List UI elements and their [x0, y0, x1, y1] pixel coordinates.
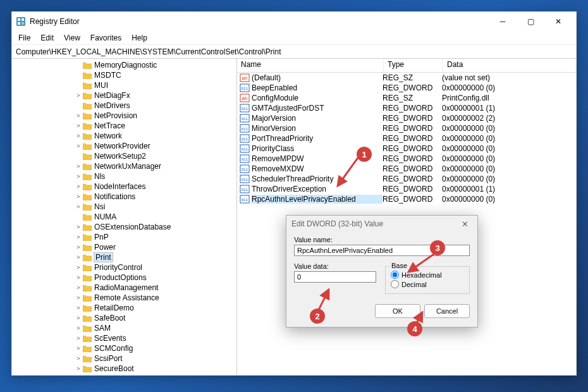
list-row[interactable]: 011PriorityClassREG_DWORD0x00000000 (0): [237, 144, 576, 154]
list-row[interactable]: 011MinorVersionREG_DWORD0x00000000 (0): [237, 123, 576, 133]
tree-item[interactable]: >SecurePipeServers: [12, 374, 236, 375]
tree-item[interactable]: >NetTrace: [12, 121, 236, 131]
tree-item[interactable]: >NetProvision: [12, 111, 236, 121]
list-row[interactable]: abConfigModuleREG_SZPrintConfig.dll: [237, 93, 576, 103]
tree-item-label: NUMA: [94, 212, 116, 221]
value-data: (value not set): [442, 73, 576, 82]
expand-icon[interactable]: >: [75, 163, 82, 169]
tree-item[interactable]: >RadioManagement: [12, 283, 236, 293]
tree-item[interactable]: MSDTC: [12, 70, 236, 80]
tree-item[interactable]: MemoryDiagnostic: [12, 60, 236, 70]
list-row[interactable]: 011RpcAuthnLevelPrivacyEnabledREG_DWORD0…: [237, 194, 576, 204]
expand-icon[interactable]: >: [75, 193, 82, 200]
tree-item[interactable]: >NodeInterfaces: [12, 181, 236, 192]
tree-item[interactable]: >Print: [12, 252, 236, 262]
expand-icon[interactable]: >: [75, 355, 82, 362]
ok-button[interactable]: OK: [375, 304, 420, 318]
expand-icon[interactable]: >: [75, 123, 82, 129]
svg-text:ab: ab: [242, 95, 248, 101]
tree-item[interactable]: >Nsi: [12, 202, 236, 212]
expand-icon[interactable]: >: [75, 315, 82, 321]
tree-item[interactable]: >PnP: [12, 232, 236, 242]
maximize-button[interactable]: ▢: [517, 13, 544, 30]
expand-icon[interactable]: >: [75, 274, 82, 281]
expand-icon[interactable]: >: [75, 224, 82, 230]
expand-icon[interactable]: >: [75, 325, 82, 331]
radio-hexadecimal[interactable]: Hexadecimal: [391, 271, 464, 279]
list-row[interactable]: 011RemoveMPDWREG_DWORD0x00000000 (0): [237, 154, 576, 164]
column-name-header[interactable]: Name: [237, 59, 384, 72]
tree-item[interactable]: >ScsiPort: [12, 353, 236, 364]
list-row[interactable]: 011SchedulerThreadPriorityREG_DWORD0x000…: [237, 174, 576, 184]
expand-icon[interactable]: >: [75, 335, 82, 341]
svg-rect-4: [21, 22, 24, 25]
address-bar[interactable]: Computer\HKEY_LOCAL_MACHINE\SYSTEM\Curre…: [12, 45, 576, 59]
tree-item[interactable]: >Notifications: [12, 192, 236, 202]
value-data-field[interactable]: [294, 271, 376, 283]
tree-item[interactable]: >ScEvents: [12, 333, 236, 343]
list-row[interactable]: 011ThrowDriverExceptionREG_DWORD0x000000…: [237, 184, 576, 194]
cancel-button[interactable]: Cancel: [424, 304, 470, 318]
tree-panel[interactable]: MemoryDiagnosticMSDTCMUI>NetDiagFxNetDri…: [12, 59, 237, 375]
radio-decimal[interactable]: Decimal: [391, 280, 464, 288]
tree-item[interactable]: >Nls: [12, 171, 236, 181]
tree-item[interactable]: >Power: [12, 242, 236, 252]
tree-item[interactable]: >SAM: [12, 323, 236, 333]
menu-file[interactable]: File: [13, 32, 35, 44]
expand-icon[interactable]: >: [75, 365, 82, 372]
tree-item[interactable]: MUI: [12, 80, 236, 90]
dialog-close-icon[interactable]: ✕: [457, 219, 472, 229]
expand-icon[interactable]: >: [75, 295, 82, 301]
expand-icon[interactable]: >: [75, 345, 82, 352]
close-button[interactable]: ✕: [544, 13, 572, 30]
expand-icon[interactable]: >: [75, 133, 82, 139]
list-row[interactable]: ab(Default)REG_SZ(value not set): [237, 73, 576, 83]
expand-icon[interactable]: >: [75, 143, 82, 149]
value-type: REG_SZ: [383, 73, 442, 82]
tree-item[interactable]: >PriorityControl: [12, 262, 236, 273]
tree-item[interactable]: >NetDiagFx: [12, 90, 236, 101]
tree-item[interactable]: >ProductOptions: [12, 273, 236, 283]
expand-icon[interactable]: >: [75, 285, 82, 291]
value-data: 0x00000000 (0): [442, 83, 576, 92]
menu-favorites[interactable]: Favorites: [85, 32, 126, 44]
tree-item[interactable]: NetworkSetup2: [12, 151, 236, 161]
menu-help[interactable]: Help: [126, 32, 152, 44]
expand-icon[interactable]: >: [75, 183, 82, 190]
expand-icon[interactable]: >: [75, 92, 82, 99]
list-row[interactable]: 011BeepEnabledREG_DWORD0x00000000 (0): [237, 83, 576, 93]
tree-item[interactable]: >Remote Assistance: [12, 293, 236, 303]
expand-icon[interactable]: >: [75, 264, 82, 271]
column-type-header[interactable]: Type: [384, 59, 443, 72]
expand-icon[interactable]: >: [75, 173, 82, 180]
menu-view[interactable]: View: [59, 32, 85, 44]
expand-icon[interactable]: >: [75, 244, 82, 250]
list-row[interactable]: 011RemoveMXDWREG_DWORD0x00000000 (0): [237, 164, 576, 174]
tree-item[interactable]: >SCMConfig: [12, 343, 236, 353]
expand-icon[interactable]: >: [75, 204, 82, 210]
tree-item[interactable]: >OSExtensionDatabase: [12, 222, 236, 232]
annotation-marker-3: 3: [430, 240, 445, 255]
tree-item[interactable]: >Network: [12, 131, 236, 141]
expand-icon[interactable]: >: [75, 234, 82, 240]
tree-item[interactable]: NetDrivers: [12, 101, 236, 111]
value-data: 0x00000000 (0): [442, 134, 576, 143]
expand-icon[interactable]: >: [75, 254, 82, 260]
tree-item-label: MemoryDiagnostic: [94, 61, 157, 70]
tree-item[interactable]: >RetailDemo: [12, 303, 236, 313]
svg-text:011: 011: [242, 188, 248, 192]
tree-item[interactable]: NUMA: [12, 212, 236, 222]
column-data-header[interactable]: Data: [443, 59, 576, 72]
list-row[interactable]: 011GMTAdjustedForDSTREG_DWORD0x00000001 …: [237, 103, 576, 113]
minimize-button[interactable]: ─: [489, 13, 517, 30]
list-row[interactable]: 011PortThreadPriorityREG_DWORD0x00000000…: [237, 133, 576, 144]
expand-icon[interactable]: >: [75, 113, 82, 119]
menu-edit[interactable]: Edit: [35, 32, 59, 44]
tree-item[interactable]: >NetworkProvider: [12, 141, 236, 151]
tree-item-label: MSDTC: [94, 71, 121, 80]
list-row[interactable]: 011MajorVersionREG_DWORD0x00000002 (2): [237, 113, 576, 123]
tree-item[interactable]: >NetworkUxManager: [12, 161, 236, 171]
tree-item[interactable]: >SafeBoot: [12, 313, 236, 323]
tree-item[interactable]: >SecureBoot: [12, 364, 236, 374]
expand-icon[interactable]: >: [75, 305, 82, 311]
